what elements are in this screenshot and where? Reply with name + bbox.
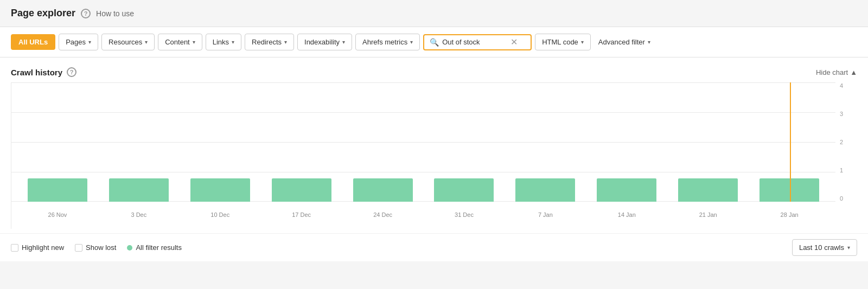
bar-group[interactable]: 10 Dec [180,82,261,202]
bar-group[interactable]: 7 Jan [505,82,586,202]
search-container: 🔍 ✕ [423,34,532,50]
bar-group[interactable]: 17 Dec [261,82,342,202]
advanced-filter-button[interactable]: Advanced filter ▾ [598,38,650,46]
legend: Highlight new Show lost All filter resul… [11,243,182,252]
last-crawls-button[interactable]: Last 10 crawls ▾ [792,239,857,256]
bar-group[interactable]: 24 Dec [342,82,424,202]
chevron-up-icon: ▲ [850,68,857,76]
bar-date-label: 24 Dec [373,211,392,218]
bar [597,178,656,202]
bar-group[interactable]: 31 Dec [424,82,505,202]
chevron-down-icon: ▾ [847,245,850,251]
bar-date-label: 21 Jan [699,211,717,218]
redirects-dropdown[interactable]: Redirects ▾ [245,34,294,50]
search-input[interactable] [442,38,507,46]
highlight-new-checkbox[interactable] [11,244,18,252]
bar-group[interactable]: 3 Dec [98,82,180,202]
links-dropdown[interactable]: Links ▾ [206,34,241,50]
chart-inner: 26 Nov3 Dec10 Dec17 Dec24 Dec31 Dec7 Jan… [11,82,857,229]
chart-area: 26 Nov3 Dec10 Dec17 Dec24 Dec31 Dec7 Jan… [0,82,868,229]
crawl-history-header: Crawl history ? Hide chart ▲ [0,57,868,82]
bar [109,178,169,202]
pages-dropdown[interactable]: Pages ▾ [59,34,98,50]
bar-date-label: 17 Dec [292,211,311,218]
bar-date-label: 31 Dec [455,211,474,218]
indexability-dropdown[interactable]: Indexability ▾ [297,34,352,50]
bar [353,178,413,202]
bar-date-label: 26 Nov [48,211,67,218]
bar-date-label: 7 Jan [538,211,553,218]
bar-date-label: 10 Dec [210,211,229,218]
bar-date-label: 3 Dec [131,211,146,218]
how-to-use-link[interactable]: How to use [96,9,134,18]
hide-chart-button[interactable]: Hide chart ▲ [816,68,857,76]
bar [272,178,331,202]
chevron-down-icon: ▾ [145,39,148,45]
bar-group[interactable]: 26 Nov [17,82,98,202]
y-label-1: 1 [840,167,843,174]
chart-bars: 26 Nov3 Dec10 Dec17 Dec24 Dec31 Dec7 Jan… [11,82,835,202]
y-axis: 4 3 2 1 0 [835,82,857,202]
bar-date-label: 28 Jan [781,211,799,218]
show-lost-legend[interactable]: Show lost [75,243,116,252]
bar [760,178,819,202]
bar [434,178,494,202]
crawl-history-help-icon[interactable]: ? [67,67,76,77]
y-label-3: 3 [840,111,843,117]
bar [190,178,250,202]
y-label-0: 0 [840,195,843,202]
chevron-down-icon: ▾ [410,39,413,45]
top-bar: Page explorer ? How to use [0,0,868,27]
bar-date-label: 14 Jan [618,211,636,218]
chevron-down-icon: ▾ [648,39,650,45]
bar-group[interactable]: 14 Jan [586,82,667,202]
chevron-down-icon: ▾ [581,39,584,45]
highlight-new-legend[interactable]: Highlight new [11,243,64,252]
bar [28,178,87,202]
bar-group[interactable]: 28 Jan [749,82,830,202]
show-lost-checkbox[interactable] [75,244,82,252]
search-icon: 🔍 [430,38,439,47]
y-label-2: 2 [840,139,843,145]
bar [678,178,738,202]
content-dropdown[interactable]: Content ▾ [158,34,202,50]
chart-bottom-bar: Highlight new Show lost All filter resul… [0,233,868,261]
chevron-down-icon: ▾ [193,39,195,45]
ahrefs-metrics-dropdown[interactable]: Ahrefs metrics ▾ [355,34,420,50]
page-title: Page explorer [11,8,75,19]
resources-dropdown[interactable]: Resources ▾ [101,34,155,50]
bar [515,178,575,202]
y-label-4: 4 [840,82,843,89]
filter-bar: All URLs Pages ▾ Resources ▾ Content ▾ L… [0,27,868,57]
chevron-down-icon: ▾ [342,39,345,45]
bar-group[interactable]: 21 Jan [667,82,749,202]
help-icon[interactable]: ? [81,9,91,18]
all-filter-results-legend: All filter results [127,243,182,252]
html-code-dropdown[interactable]: HTML code ▾ [535,34,591,50]
all-filter-results-dot [127,245,132,251]
crawl-history-title: Crawl history ? [11,67,76,77]
chevron-down-icon: ▾ [284,39,287,45]
all-urls-button[interactable]: All URLs [11,34,55,50]
chevron-down-icon: ▾ [88,39,91,45]
clear-search-button[interactable]: ✕ [510,38,518,47]
main-content: Crawl history ? Hide chart ▲ 26 Nov3 Dec… [0,57,868,261]
chevron-down-icon: ▾ [232,39,234,45]
